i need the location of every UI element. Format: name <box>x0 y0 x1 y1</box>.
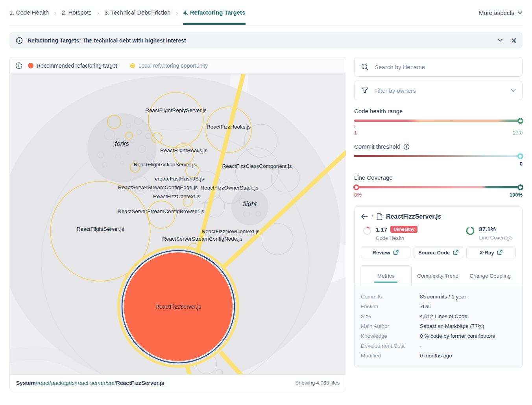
banner-close-button[interactable] <box>512 38 516 43</box>
local-opportunity-dot <box>130 63 135 68</box>
commit-threshold-label: Commit threshold <box>354 143 401 150</box>
metric-value: Sebastian Markbåge (77%) <box>420 321 484 331</box>
metric-label: Modified <box>361 351 420 361</box>
xray-button[interactable]: X-Ray <box>466 247 516 258</box>
banner-text: Refactoring Targets: The technical debt … <box>28 37 186 44</box>
chevron-right-icon: › <box>176 10 178 16</box>
line-coverage-stat: 87.1% Line Coverage <box>466 226 512 241</box>
metric-row-friction: Friction76% <box>361 302 516 311</box>
bubble-label: ReactServerStreamConfigBrowser.js <box>118 208 204 214</box>
commit-threshold-value: 0 <box>520 161 523 167</box>
search-input[interactable] <box>375 64 516 70</box>
slider-track[interactable] <box>354 155 523 157</box>
metric-row-size: Size4,012 Lines of Code <box>361 311 516 321</box>
tab-change-coupling[interactable]: Change Coupling <box>464 265 516 286</box>
search-box[interactable] <box>354 57 523 77</box>
path-root-link[interactable]: System <box>16 380 36 386</box>
code-health-value: 1.17 <box>376 226 387 233</box>
owners-filter-select[interactable]: Filter by owners <box>354 81 523 100</box>
code-health-range-slider[interactable] <box>354 118 523 123</box>
legend-local-opportunity: Local refactoring opportunity <box>130 63 208 69</box>
code-health-max-value: 10.0 <box>513 130 523 136</box>
bubble-label: ReactFlightHooks.js <box>160 147 207 153</box>
filter-funnel-icon <box>361 87 369 94</box>
chevron-right-icon: › <box>54 10 56 16</box>
commit-threshold-slider[interactable] <box>354 153 523 159</box>
external-link-icon <box>393 250 399 255</box>
metric-label: Main Author <box>361 321 420 331</box>
banner-actions <box>498 38 516 43</box>
line-coverage-caption: Line Coverage <box>479 235 512 241</box>
bubble-label: ReactServerStreamConfigEdge.js <box>118 184 198 190</box>
tab-metrics[interactable]: Metrics <box>360 265 412 286</box>
line-coverage-label: Line Coverage <box>354 174 523 181</box>
metric-row-modified: Modified0 months ago <box>361 351 516 361</box>
bubble-label: ReactFizzContext.js <box>153 193 200 199</box>
banner-collapse-button[interactable] <box>498 39 503 42</box>
back-arrow-icon[interactable] <box>361 214 368 219</box>
owners-filter-placeholder: Filter by owners <box>374 87 505 94</box>
chart-footer-bar: System/react/packages/react-server/src/R… <box>10 374 346 391</box>
tab-label: Metrics <box>377 273 395 279</box>
top-navigation: 1. Code Health › 2. Hotspots › 3. Techni… <box>9 0 523 26</box>
slider-track[interactable] <box>354 120 523 122</box>
tab-complexity-trend[interactable]: Complexity Trend <box>412 265 464 286</box>
chevron-right-icon: › <box>97 10 99 16</box>
more-aspects-dropdown[interactable]: More aspects <box>479 9 523 16</box>
metric-value: 4,012 Lines of Code <box>420 311 467 321</box>
line-coverage-value: 87.1% <box>479 226 496 232</box>
nav-step-refactoring-targets[interactable]: 4. Refactoring Targets <box>183 9 245 17</box>
recommended-target-dot <box>28 63 33 68</box>
info-banner: Refactoring Targets: The technical debt … <box>9 32 523 48</box>
bubble-chart-area[interactable]: ReactFlightReplyServer.jsReactFizzHooks.… <box>10 74 346 374</box>
bubble-label: ReactFizzHooks.js <box>207 124 251 130</box>
commit-threshold-filter: Commit threshold 0 <box>354 143 523 167</box>
metric-label: Size <box>361 311 420 321</box>
line-coverage-slider[interactable] <box>354 184 523 190</box>
info-icon[interactable] <box>403 144 410 150</box>
metric-label: Knowledge <box>361 331 420 341</box>
file-detail-card: / ReactFizzServer.js 1.17 Unhealthy Code… <box>354 206 523 368</box>
metric-label: Friction <box>361 302 420 311</box>
bubble-label: flight <box>243 200 257 207</box>
line-coverage-donut-icon <box>466 226 475 236</box>
tab-label: Change Coupling <box>469 273 510 279</box>
tab-label: Complexity Trend <box>417 273 458 279</box>
bubble-label: ReactFizzClassComponent.js <box>222 163 292 169</box>
source-code-button[interactable]: Source Code <box>414 247 463 258</box>
legend-label: Recommended refactoring target <box>37 63 117 69</box>
detail-tabs: Metrics Complexity Trend Change Coupling <box>355 265 522 286</box>
code-health-range-filter: Code health range 1 10.0 <box>354 108 523 136</box>
commit-threshold-handle[interactable] <box>517 153 523 159</box>
coverage-max-value: 100% <box>510 192 523 198</box>
nav-step-hotspots[interactable]: 2. Hotspots <box>62 9 92 17</box>
path-file-name: ReactFizzServer.js <box>116 380 164 386</box>
metric-value: 0 % code by former contributors <box>420 331 495 341</box>
refactoring-bubble-chart[interactable]: ReactFlightReplyServer.jsReactFizzHooks.… <box>10 74 346 374</box>
path-folders-link[interactable]: /react/packages/react-server/src/ <box>36 380 116 386</box>
metric-row-main-author: Main AuthorSebastian Markbåge (77%) <box>361 321 516 331</box>
nav-step-code-health[interactable]: 1. Code Health <box>9 9 49 17</box>
chart-legend-bar: Recommended refactoring target Local ref… <box>10 57 346 74</box>
bubble-label: ReactServerStreamConfigNode.js <box>162 236 242 242</box>
nav-step-technical-debt-friction[interactable]: 3. Technical Debt Friction <box>104 9 170 17</box>
metric-row-knowledge: Knowledge0 % code by former contributors <box>361 331 516 341</box>
code-health-stat: 1.17 Unhealthy Code Health <box>362 226 417 241</box>
breadcrumb: System/react/packages/react-server/src/R… <box>16 380 164 386</box>
side-panel: Filter by owners Code health range 1 10.… <box>354 57 523 368</box>
more-aspects-label: More aspects <box>479 9 514 16</box>
search-icon <box>361 63 369 71</box>
file-icon <box>377 213 382 220</box>
coverage-min-handle[interactable] <box>353 184 359 190</box>
slider-track[interactable] <box>354 186 523 188</box>
xray-button-label: X-Ray <box>480 250 494 256</box>
legend-label: Local refactoring opportunity <box>139 63 208 69</box>
refactoring-map-card: Recommended refactoring target Local ref… <box>9 57 346 391</box>
code-health-range-label: Code health range <box>354 108 523 114</box>
metric-row-commits: Commits85 commits / 1 year <box>361 292 516 302</box>
review-button[interactable]: Review <box>361 247 410 258</box>
info-icon[interactable] <box>15 62 22 69</box>
coverage-max-handle[interactable] <box>517 184 523 190</box>
code-health-max-handle[interactable] <box>517 118 523 124</box>
package-cluster[interactable] <box>87 113 157 182</box>
